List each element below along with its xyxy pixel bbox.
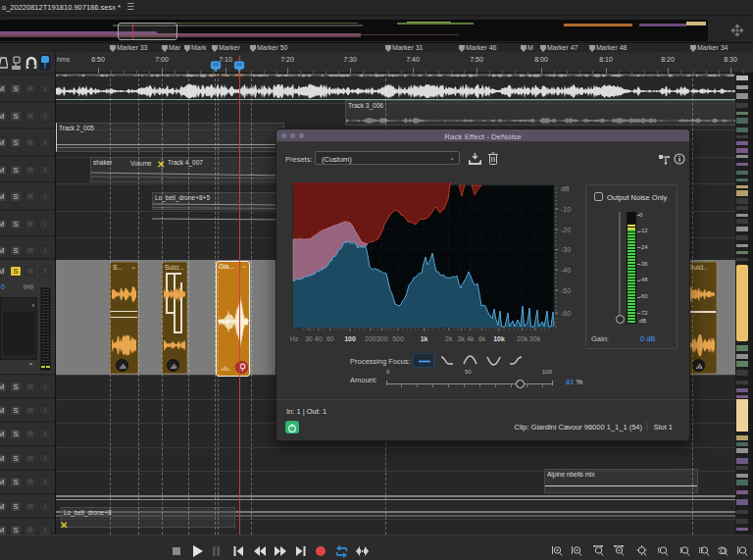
svg-text:dB: dB xyxy=(561,185,570,192)
svg-text:200: 200 xyxy=(365,335,376,342)
svg-text:-40: -40 xyxy=(561,267,571,274)
svg-text:20k: 20k xyxy=(517,335,528,342)
svg-text:-60: -60 xyxy=(561,310,571,317)
svg-text:100: 100 xyxy=(344,335,356,342)
svg-text:-30: -30 xyxy=(561,246,571,253)
svg-text:1k: 1k xyxy=(421,335,428,342)
svg-text:3k: 3k xyxy=(458,335,466,342)
svg-text:60: 60 xyxy=(326,335,334,342)
svg-text:10k: 10k xyxy=(493,335,505,342)
svg-text:Hz: Hz xyxy=(290,335,299,342)
svg-text:30k: 30k xyxy=(529,335,541,342)
svg-text:-10: -10 xyxy=(561,206,571,213)
svg-text:500: 500 xyxy=(392,335,404,342)
svg-text:30: 30 xyxy=(305,335,313,342)
svg-text:-20: -20 xyxy=(561,227,571,233)
svg-text:2k: 2k xyxy=(445,335,453,342)
svg-text:300: 300 xyxy=(376,335,388,342)
svg-text:6k: 6k xyxy=(478,335,486,342)
svg-text:-50: -50 xyxy=(561,287,571,294)
svg-text:40: 40 xyxy=(315,335,323,342)
svg-text:4k: 4k xyxy=(467,335,475,342)
